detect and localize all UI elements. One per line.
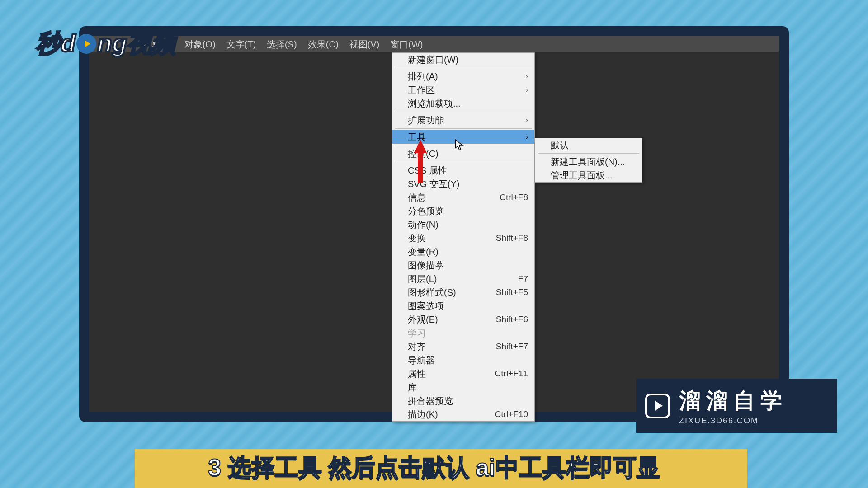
play-icon [76, 34, 96, 54]
menu-separator [395, 128, 532, 129]
menu-type[interactable]: 文字(T) [226, 38, 256, 51]
menuitem-layers[interactable]: 图层(L)F7 [392, 272, 534, 286]
menuitem-image-trace[interactable]: 图像描摹 [392, 258, 534, 272]
menuitem-new-window[interactable]: 新建窗口(W) [392, 53, 534, 66]
chevron-right-icon: › [526, 86, 528, 94]
watermark-logo: 秒d ng视频 [36, 27, 176, 60]
menuitem-separations-preview[interactable]: 分色预览 [392, 204, 534, 218]
watermark-text-part1: 秒d [36, 27, 75, 60]
menu-select[interactable]: 选择(S) [267, 38, 297, 51]
submenu-default[interactable]: 默认 [535, 138, 642, 152]
subtitle-bar [135, 449, 747, 488]
window-dropdown: 新建窗口(W) 排列(A) › 工作区 › 浏览加载项... 扩展功能 › 工具 [392, 52, 535, 422]
play-icon [645, 394, 670, 418]
menuitem-graphic-styles[interactable]: 图形样式(S)Shift+F5 [392, 286, 534, 299]
tools-submenu: 默认 新建工具面板(N)... 管理工具面板... [535, 138, 642, 183]
menuitem-flattener-preview[interactable]: 拼合器预览 [392, 394, 534, 408]
menu-separator [395, 112, 532, 112]
menu-effect[interactable]: 效果(C) [308, 38, 339, 51]
menu-separator [395, 145, 532, 145]
application-menubar: 辑(E) 对象(O) 文字(T) 选择(S) 效果(C) 视图(V) 窗口(W) [89, 36, 779, 52]
menu-window[interactable]: 窗口(W) [390, 38, 423, 51]
menuitem-workspace[interactable]: 工作区 › [392, 83, 534, 97]
menu-separator [395, 162, 532, 162]
menuitem-actions[interactable]: 动作(N) [392, 218, 534, 231]
brand-domain: ZIXUE.3D66.COM [679, 416, 788, 426]
submenu-manage-tools-panel[interactable]: 管理工具面板... [535, 169, 642, 182]
menuitem-appearance[interactable]: 外观(E)Shift+F6 [392, 313, 534, 326]
menuitem-browse-addons[interactable]: 浏览加载项... [392, 97, 534, 110]
menuitem-align[interactable]: 对齐Shift+F7 [392, 340, 534, 353]
brand-title: 溜溜自学 [679, 386, 788, 415]
menuitem-learn: 学习 [392, 326, 534, 340]
chevron-right-icon: › [526, 133, 528, 141]
menu-view[interactable]: 视图(V) [349, 38, 380, 51]
submenu-new-tools-panel[interactable]: 新建工具面板(N)... [535, 155, 642, 169]
menu-separator [395, 68, 532, 68]
brand-box: 溜溜自学 ZIXUE.3D66.COM [636, 379, 837, 433]
menuitem-stroke[interactable]: 描边(K)Ctrl+F10 [392, 408, 534, 421]
monitor-frame: 辑(E) 对象(O) 文字(T) 选择(S) 效果(C) 视图(V) 窗口(W)… [79, 26, 789, 422]
menuitem-variables[interactable]: 变量(R) [392, 245, 534, 258]
menuitem-extensions[interactable]: 扩展功能 › [392, 113, 534, 127]
watermark-text-part2: ng视频 [97, 27, 176, 60]
menuitem-transform[interactable]: 变换Shift+F8 [392, 231, 534, 245]
menu-separator [538, 153, 639, 154]
menuitem-navigator[interactable]: 导航器 [392, 353, 534, 367]
menuitem-libraries[interactable]: 库 [392, 380, 534, 394]
menuitem-arrange[interactable]: 排列(A) › [392, 70, 534, 83]
menuitem-attributes[interactable]: 属性Ctrl+F11 [392, 367, 534, 380]
menuitem-css-properties[interactable]: CSS 属性 [392, 164, 534, 177]
menuitem-control[interactable]: 控制(C) [392, 147, 534, 160]
menuitem-info[interactable]: 信息Ctrl+F8 [392, 191, 534, 204]
menuitem-pattern-options[interactable]: 图案选项 [392, 299, 534, 313]
menuitem-svg-interactivity[interactable]: SVG 交互(Y) [392, 177, 534, 191]
chevron-right-icon: › [526, 116, 528, 124]
menu-object[interactable]: 对象(O) [184, 38, 216, 51]
menuitem-tools[interactable]: 工具 › [392, 130, 534, 144]
chevron-right-icon: › [526, 72, 528, 80]
